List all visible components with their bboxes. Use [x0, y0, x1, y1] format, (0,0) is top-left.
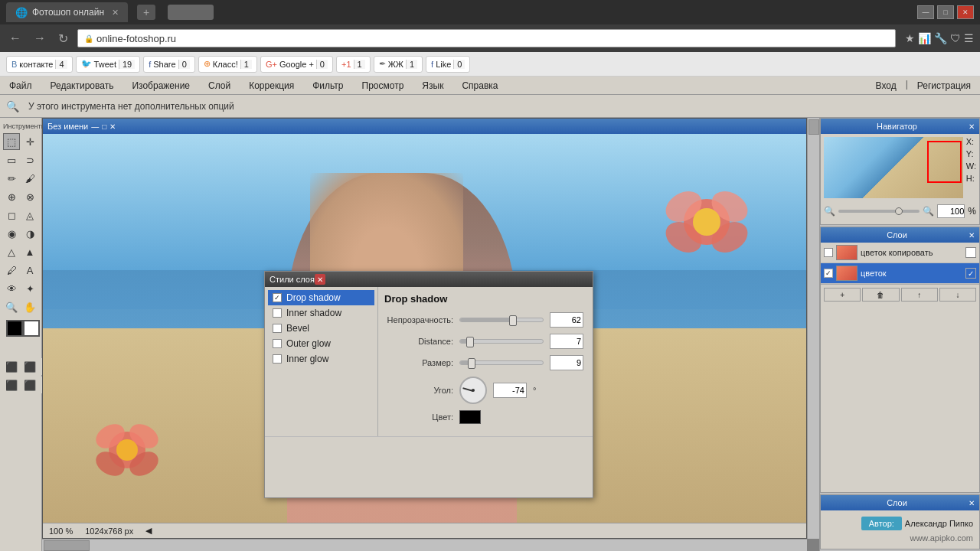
- bevel-checkbox[interactable]: [273, 324, 282, 333]
- layer-delete-button[interactable]: 🗑: [862, 288, 899, 302]
- dialog-list-item-drop-shadow[interactable]: Drop shadow: [268, 290, 374, 305]
- text-tool[interactable]: A: [21, 262, 38, 279]
- menu-register[interactable]: Регистрация: [914, 79, 974, 93]
- author-panel-close[interactable]: ✕: [969, 499, 975, 507]
- rect-select-tool[interactable]: ▭: [3, 152, 20, 168]
- distance-input[interactable]: [550, 334, 583, 349]
- dialog-list-item-inner-glow[interactable]: Inner glow: [268, 351, 374, 367]
- menu-correction[interactable]: Коррекция: [246, 79, 297, 93]
- maximize-button[interactable]: □: [937, 5, 954, 19]
- like-button[interactable]: f Like 0: [426, 56, 470, 73]
- star-icon[interactable]: ★: [905, 32, 915, 44]
- inner-shadow-checkbox[interactable]: [273, 308, 282, 318]
- size-slider-thumb[interactable]: [468, 358, 475, 369]
- twitter-button[interactable]: 🐦 Tweet 19: [76, 56, 141, 73]
- forward-button[interactable]: →: [31, 30, 49, 47]
- dialog-list-item-outer-glow[interactable]: Outer glow: [268, 336, 374, 351]
- layer-add-button[interactable]: +: [824, 288, 861, 302]
- jk-button[interactable]: ✒ ЖЖ 1: [374, 56, 423, 73]
- tab-close-icon[interactable]: ✕: [112, 8, 119, 18]
- opacity-slider-thumb[interactable]: [509, 315, 517, 326]
- dodge-tool[interactable]: ◑: [21, 225, 38, 242]
- gradient-tool[interactable]: ◬: [21, 207, 38, 223]
- color-swatch[interactable]: [459, 410, 481, 424]
- size-slider[interactable]: [459, 360, 544, 365]
- ext2-icon[interactable]: 🛡: [950, 32, 961, 44]
- canvas-close-icon[interactable]: ✕: [109, 122, 116, 131]
- menu-help[interactable]: Справка: [459, 79, 501, 93]
- layer-item-1[interactable]: цветок копировать: [821, 243, 979, 263]
- fill-tool[interactable]: △: [3, 243, 20, 260]
- brush-tool[interactable]: 🖌: [21, 170, 38, 187]
- facebook-button[interactable]: f Share 0: [143, 56, 195, 73]
- wand-tool[interactable]: ✦: [21, 280, 38, 297]
- distance-slider-thumb[interactable]: [466, 337, 474, 347]
- author-button[interactable]: Автор:: [861, 517, 902, 530]
- grid-tool-4[interactable]: ⬛: [3, 377, 20, 393]
- address-input[interactable]: 🔒 online-fotoshop.ru: [77, 29, 896, 47]
- zoom-slider-thumb[interactable]: [895, 207, 903, 215]
- ok-button[interactable]: ⊕ Класс! 1: [198, 56, 257, 73]
- vk-button[interactable]: В контакте 4: [6, 56, 73, 73]
- menu-view[interactable]: Просмотр: [359, 79, 407, 93]
- search-tool-icon[interactable]: 🔍: [6, 100, 19, 112]
- menu-icon[interactable]: ☰: [964, 32, 974, 44]
- layer1-visibility[interactable]: [824, 248, 833, 257]
- vertical-scrollbar[interactable]: [807, 118, 819, 539]
- layer-item-2[interactable]: ✓ цветок ✓: [821, 263, 979, 284]
- google-plus-button[interactable]: G+ Google + 0: [260, 56, 333, 73]
- dialog-list-item-bevel[interactable]: Bevel: [268, 321, 374, 336]
- layers-close-button[interactable]: ✕: [969, 231, 975, 240]
- horizontal-scrollbar[interactable]: [42, 539, 807, 551]
- angle-dial[interactable]: [459, 377, 487, 404]
- triangle-tool[interactable]: ▲: [21, 243, 38, 260]
- grid-tool-5[interactable]: ⬛: [21, 377, 38, 393]
- layer-down-button[interactable]: ↓: [939, 288, 976, 302]
- menu-file[interactable]: Файл: [6, 79, 35, 93]
- canvas-minimize-icon[interactable]: —: [91, 122, 99, 131]
- eraser-tool[interactable]: ◻: [3, 207, 20, 223]
- opacity-slider[interactable]: [459, 318, 544, 322]
- zoom-in-icon[interactable]: 🔍: [923, 206, 934, 217]
- dialog-close-button[interactable]: ✕: [315, 274, 325, 285]
- zoom-tool[interactable]: 🔍: [3, 298, 20, 315]
- select-tool[interactable]: ⬚: [3, 133, 20, 150]
- drop-shadow-checkbox[interactable]: [273, 293, 282, 302]
- zoom-out-icon[interactable]: 🔍: [824, 206, 835, 217]
- pen-tool[interactable]: 🖊: [3, 262, 20, 279]
- grid-tool-2[interactable]: ⬛: [21, 358, 38, 375]
- size-input[interactable]: [550, 355, 583, 370]
- ext1-icon[interactable]: 🔧: [934, 32, 947, 44]
- eye-tool[interactable]: 👁: [3, 280, 20, 297]
- menu-login[interactable]: Вход: [873, 79, 900, 93]
- grid-tool-1[interactable]: ⬛: [3, 358, 20, 375]
- layer2-check[interactable]: ✓: [965, 268, 976, 279]
- menu-layer[interactable]: Слой: [205, 79, 234, 93]
- back-button[interactable]: ←: [6, 30, 24, 47]
- layer-up-button[interactable]: ↑: [901, 288, 938, 302]
- opacity-input[interactable]: [550, 312, 583, 328]
- layer2-visibility[interactable]: ✓: [824, 269, 833, 278]
- clone-tool[interactable]: ⊗: [21, 188, 38, 205]
- background-color[interactable]: [23, 320, 40, 337]
- browser-tab[interactable]: 🌐 Фотошоп онлайн ✕: [6, 2, 128, 22]
- canvas-maximize-icon[interactable]: □: [102, 122, 106, 131]
- scrollbar-thumb-v[interactable]: [808, 119, 819, 135]
- angle-input[interactable]: [493, 383, 527, 398]
- healing-tool[interactable]: ⊕: [3, 188, 20, 205]
- g1-button[interactable]: +1 1: [336, 56, 371, 73]
- close-button[interactable]: ✕: [957, 5, 974, 19]
- menu-image[interactable]: Изображение: [129, 79, 193, 93]
- menu-edit[interactable]: Редактировать: [47, 79, 117, 93]
- distance-slider[interactable]: [459, 339, 544, 344]
- move-tool[interactable]: ✛: [21, 133, 38, 150]
- pencil-tool[interactable]: ✏: [3, 170, 20, 187]
- foreground-color[interactable]: [6, 320, 23, 337]
- navigator-close-button[interactable]: ✕: [969, 122, 975, 131]
- scrollbar-thumb-h[interactable]: [44, 540, 90, 551]
- menu-language[interactable]: Язык: [419, 79, 446, 93]
- zoom-input[interactable]: [937, 204, 965, 218]
- new-tab-button[interactable]: +: [137, 5, 155, 20]
- minimize-button[interactable]: —: [917, 5, 934, 19]
- refresh-button[interactable]: ↻: [55, 30, 71, 47]
